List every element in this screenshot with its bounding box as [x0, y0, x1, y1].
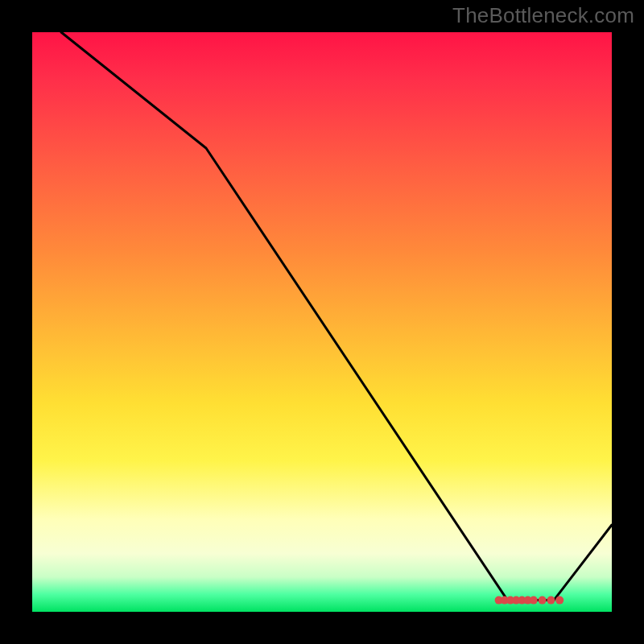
trough-marker [555, 597, 564, 605]
watermark-text: TheBottleneck.com [452, 3, 634, 28]
chart-frame: TheBottleneck.com [0, 0, 644, 644]
trough-marker [539, 597, 547, 605]
chart-svg [32, 32, 612, 612]
bottleneck-curve-line [61, 32, 612, 601]
trough-markers [495, 597, 564, 605]
plot-area [32, 32, 612, 612]
trough-marker [547, 597, 555, 605]
trough-marker [530, 597, 538, 605]
